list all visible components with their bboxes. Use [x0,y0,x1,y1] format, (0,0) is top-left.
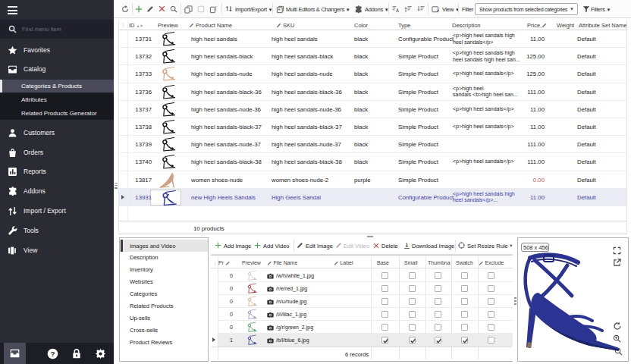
svg-text:?: ? [51,350,55,358]
